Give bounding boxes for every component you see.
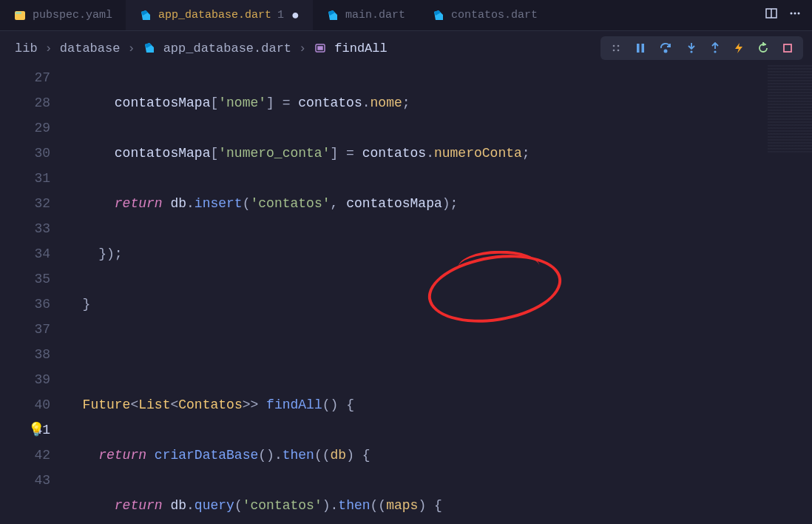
breadcrumb-segment[interactable]: lib: [15, 41, 38, 56]
line-number[interactable]: 29: [0, 115, 50, 141]
subbar: lib › database › app_database.dart › fin…: [0, 31, 812, 65]
svg-rect-22: [642, 44, 645, 53]
tab-app-database[interactable]: app_database.dart 1 ●: [126, 0, 313, 30]
svg-rect-21: [637, 44, 640, 53]
breadcrumb-segment[interactable]: database: [60, 41, 121, 56]
dirty-indicator-icon: ●: [291, 8, 300, 23]
line-number[interactable]: 31: [0, 166, 50, 191]
pause-icon[interactable]: [635, 42, 646, 54]
svg-point-12: [798, 13, 800, 15]
tab-label: app_database.dart: [158, 9, 271, 21]
svg-point-17: [613, 45, 615, 47]
restart-icon[interactable]: [757, 42, 769, 54]
tab-pubspec[interactable]: pubspec.yaml: [0, 0, 126, 30]
line-number[interactable]: 40: [0, 392, 50, 417]
breadcrumb-segment[interactable]: app_database.dart: [163, 41, 291, 56]
chevron-right-icon: ›: [45, 41, 53, 56]
line-number[interactable]: 28: [0, 90, 50, 115]
svg-point-18: [618, 45, 620, 47]
code-area[interactable]: contatosMapa['nome'] = contatos.nome; co…: [67, 65, 812, 524]
tab-actions: [765, 7, 812, 24]
dart-icon: [432, 9, 445, 22]
tabs-bar: pubspec.yaml app_database.dart 1 ● main.…: [0, 0, 812, 31]
svg-point-24: [690, 50, 692, 53]
tab-label: main.dart: [345, 9, 405, 21]
step-into-icon[interactable]: [686, 42, 697, 54]
method-icon: [314, 41, 327, 55]
svg-point-19: [613, 50, 615, 52]
line-number[interactable]: 43: [0, 468, 50, 493]
tab-label: pubspec.yaml: [33, 9, 112, 21]
dart-icon: [326, 9, 339, 22]
line-number[interactable]: 36: [0, 292, 50, 317]
dart-icon: [139, 9, 152, 22]
svg-point-10: [791, 13, 793, 15]
chevron-right-icon: ›: [127, 41, 135, 56]
line-number[interactable]: 💡 41: [0, 417, 50, 443]
line-number[interactable]: 32: [0, 191, 50, 216]
line-number[interactable]: 35: [0, 266, 50, 292]
svg-point-25: [714, 50, 716, 53]
step-out-icon[interactable]: [710, 42, 720, 54]
svg-point-11: [794, 13, 796, 15]
tab-contatos[interactable]: contatos.dart: [419, 0, 551, 30]
svg-point-23: [664, 50, 666, 52]
stop-icon[interactable]: [782, 43, 793, 53]
line-number[interactable]: 33: [0, 216, 50, 241]
tab-label: contatos.dart: [451, 9, 538, 21]
line-number[interactable]: 42: [0, 443, 50, 468]
tab-main[interactable]: main.dart: [313, 0, 419, 30]
more-actions-icon[interactable]: [788, 7, 802, 24]
svg-rect-16: [318, 47, 322, 50]
svg-rect-27: [784, 44, 791, 52]
svg-point-20: [618, 50, 620, 52]
tab-modified-count: 1: [277, 9, 284, 21]
line-gutter: 27 28 29 30 31 32 33 34 35 36 37 38 39 4…: [0, 65, 67, 524]
lightbulb-icon[interactable]: 💡: [28, 417, 44, 443]
line-number[interactable]: 38: [0, 342, 50, 367]
chevron-right-icon: ›: [299, 41, 306, 56]
line-number[interactable]: 27: [0, 65, 50, 90]
editor[interactable]: 27 28 29 30 31 32 33 34 35 36 37 38 39 4…: [0, 65, 812, 524]
svg-marker-26: [735, 43, 742, 53]
debug-toolbar: [600, 36, 803, 60]
line-number[interactable]: 34: [0, 241, 50, 266]
breadcrumb-method[interactable]: findAll: [334, 41, 387, 56]
minimap[interactable]: [768, 65, 812, 154]
breadcrumb[interactable]: lib › database › app_database.dart › fin…: [15, 41, 388, 56]
dart-icon: [143, 41, 156, 55]
grip-icon[interactable]: [611, 43, 621, 53]
bolt-icon[interactable]: [734, 42, 744, 54]
split-editor-icon[interactable]: [765, 7, 778, 24]
line-number[interactable]: 39: [0, 367, 50, 392]
line-number[interactable]: 37: [0, 317, 50, 342]
svg-rect-1: [16, 12, 21, 14]
line-number[interactable]: 30: [0, 141, 50, 166]
yaml-icon: [13, 9, 27, 22]
step-over-icon[interactable]: [660, 42, 673, 54]
